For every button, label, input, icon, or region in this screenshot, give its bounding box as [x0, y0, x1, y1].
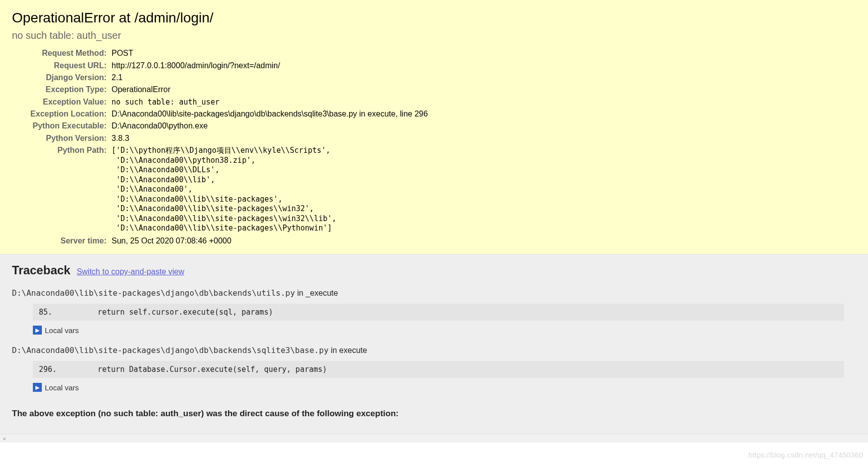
label-server-time: Server time:	[12, 236, 112, 245]
traceback-section: Traceback Switch to copy-and-paste view …	[0, 254, 868, 434]
frame-location: D:\Anaconda00\lib\site-packages\django\d…	[12, 346, 856, 355]
summary-table: Request Method: POST Request URL: http:/…	[0, 47, 868, 247]
label-django-version: Django Version:	[12, 73, 112, 82]
local-vars-label: Local vars	[45, 383, 79, 392]
label-request-url: Request URL:	[12, 61, 112, 70]
label-python-path: Python Path:	[12, 146, 112, 233]
frame-file: D:\Anaconda00\lib\site-packages\django\d…	[12, 288, 295, 298]
row-django-version: Django Version: 2.1	[12, 72, 868, 84]
code-lineno: 85.	[33, 308, 98, 317]
frame-location: D:\Anaconda00\lib\site-packages\django\d…	[12, 288, 856, 298]
label-exception-value: Exception Value:	[12, 98, 112, 107]
local-vars-label: Local vars	[45, 326, 79, 335]
row-exception-value: Exception Value: no such table: auth_use…	[12, 96, 868, 108]
local-vars-toggle[interactable]: ▶ Local vars	[33, 326, 856, 335]
value-request-method: POST	[112, 49, 133, 58]
value-server-time: Sun, 25 Oct 2020 07:08:46 +0000	[112, 236, 232, 245]
scroll-left-arrow-icon[interactable]: <	[0, 434, 9, 443]
error-subtitle: no such table: auth_user	[0, 30, 868, 41]
value-exception-location: D:\Anaconda00\lib\site-packages\django\d…	[112, 110, 428, 118]
frame-code-context[interactable]: 85. return self.cursor.execute(sql, para…	[33, 304, 844, 321]
frame-in-word: in	[295, 289, 305, 297]
frame-file: D:\Anaconda00\lib\site-packages\django\d…	[12, 346, 329, 355]
code-text: return self.cursor.execute(sql, params)	[98, 308, 844, 317]
row-request-url: Request URL: http://127.0.0.1:8000/admin…	[12, 59, 868, 71]
row-python-executable: Python Executable: D:\Anaconda00\python.…	[12, 120, 868, 132]
frame-function: execute	[339, 346, 367, 354]
value-exception-type: OperationalError	[112, 85, 170, 94]
local-vars-toggle[interactable]: ▶ Local vars	[33, 383, 856, 392]
label-exception-location: Exception Location:	[12, 110, 112, 118]
row-python-path: Python Path: ['D:\\python程序\\Django项目\\e…	[12, 144, 868, 235]
value-python-executable: D:\Anaconda00\python.exe	[112, 121, 208, 130]
value-python-path: ['D:\\python程序\\Django项目\\env\\kyle\\Scr…	[112, 146, 337, 233]
row-exception-location: Exception Location: D:\Anaconda00\lib\si…	[12, 108, 868, 120]
play-icon: ▶	[33, 383, 42, 392]
value-python-version: 3.8.3	[112, 134, 129, 143]
traceback-frame: D:\Anaconda00\lib\site-packages\django\d…	[12, 288, 856, 335]
label-request-method: Request Method:	[12, 49, 112, 58]
row-exception-type: Exception Type: OperationalError	[12, 84, 868, 96]
row-request-method: Request Method: POST	[12, 47, 868, 59]
error-title: OperationalError at /admin/login/	[0, 10, 868, 26]
switch-view-link[interactable]: Switch to copy-and-paste view	[77, 267, 184, 276]
value-exception-value: no such table: auth_user	[112, 98, 220, 107]
frame-code-context[interactable]: 296. return Database.Cursor.execute(self…	[33, 361, 844, 378]
frame-function: _execute	[306, 289, 338, 297]
row-server-time: Server time: Sun, 25 Oct 2020 07:08:46 +…	[12, 235, 868, 247]
code-lineno: 296.	[33, 365, 98, 374]
code-text: return Database.Cursor.execute(self, que…	[98, 365, 844, 374]
value-django-version: 2.1	[112, 73, 123, 82]
play-icon: ▶	[33, 326, 42, 335]
label-exception-type: Exception Type:	[12, 85, 112, 94]
traceback-frame: D:\Anaconda00\lib\site-packages\django\d…	[12, 346, 856, 392]
exception-cause-message: The above exception (no such table: auth…	[12, 409, 856, 419]
error-summary: OperationalError at /admin/login/ no suc…	[0, 0, 868, 254]
row-python-version: Python Version: 3.8.3	[12, 132, 868, 144]
label-python-version: Python Version:	[12, 134, 112, 143]
frame-in-word: in	[329, 346, 339, 354]
horizontal-scrollbar[interactable]: <	[0, 434, 868, 443]
value-request-url: http://127.0.0.1:8000/admin/login/?next=…	[112, 61, 280, 70]
label-python-executable: Python Executable:	[12, 121, 112, 130]
traceback-heading: Traceback	[12, 263, 70, 277]
